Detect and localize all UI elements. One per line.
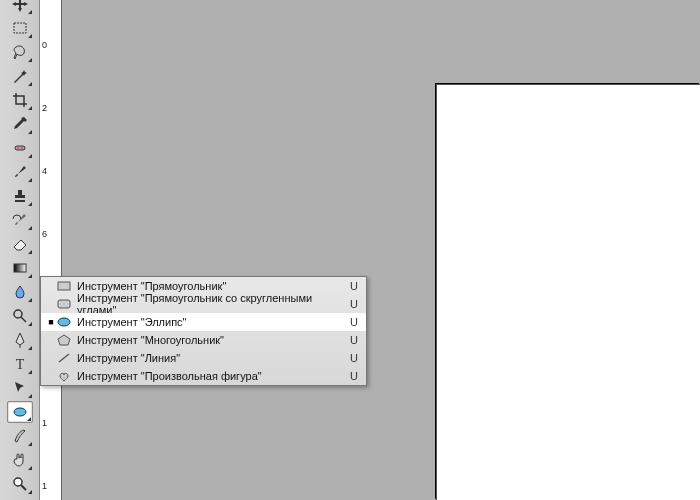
svg-text:T: T — [15, 357, 24, 372]
svg-point-5 — [14, 310, 22, 318]
polygon-icon — [55, 334, 73, 346]
svg-rect-9 — [58, 282, 70, 290]
flyout-label: Инструмент "Прямоугольник" — [73, 280, 350, 292]
svg-rect-0 — [14, 23, 26, 33]
canvas-document[interactable] — [436, 84, 700, 500]
flyout-shortcut: U — [350, 370, 360, 382]
eraser-tool[interactable] — [7, 233, 33, 255]
flyout-label: Инструмент "Произвольная фигура" — [73, 370, 350, 382]
custom-shape-icon — [55, 370, 73, 382]
svg-rect-1 — [15, 146, 25, 150]
svg-point-2 — [17, 147, 18, 148]
svg-point-8 — [14, 478, 22, 486]
rounded-rect-icon — [55, 298, 73, 310]
line-icon — [55, 352, 73, 364]
svg-point-3 — [21, 147, 22, 148]
zoom-tool[interactable] — [7, 473, 33, 495]
flyout-label: Инструмент "Эллипс" — [73, 316, 350, 328]
wand-tool[interactable] — [7, 65, 33, 87]
flyout-custom-shape[interactable]: Инструмент "Произвольная фигура" U — [41, 367, 366, 385]
marquee-tool[interactable] — [7, 17, 33, 39]
gradient-tool[interactable] — [7, 257, 33, 279]
flyout-shortcut: U — [350, 334, 360, 346]
blur-tool[interactable] — [7, 281, 33, 303]
stamp-tool[interactable] — [7, 185, 33, 207]
healing-tool[interactable] — [7, 137, 33, 159]
flyout-shortcut: U — [350, 352, 360, 364]
brush-tool[interactable] — [7, 161, 33, 183]
flyout-rounded-rectangle[interactable]: Инструмент "Прямоугольник со скругленным… — [41, 295, 366, 313]
svg-rect-10 — [58, 300, 70, 308]
flyout-polygon[interactable]: Инструмент "Многоугольник" U — [41, 331, 366, 349]
lasso-tool[interactable] — [7, 41, 33, 63]
check-icon: ■ — [47, 317, 55, 327]
history-brush-tool[interactable] — [7, 209, 33, 231]
toolbox: T — [0, 0, 40, 500]
rectangle-icon — [55, 280, 73, 292]
svg-point-7 — [14, 408, 26, 416]
svg-point-11 — [58, 318, 70, 326]
shape-tool-flyout: Инструмент "Прямоугольник" U Инструмент … — [40, 276, 367, 386]
svg-marker-12 — [58, 335, 70, 345]
move-tool[interactable] — [7, 0, 33, 15]
svg-rect-4 — [14, 264, 26, 272]
eyedropper-tool[interactable] — [7, 113, 33, 135]
dodge-tool[interactable] — [7, 305, 33, 327]
flyout-line[interactable]: Инструмент "Линия" U — [41, 349, 366, 367]
flyout-ellipse[interactable]: ■ Инструмент "Эллипс" U — [41, 313, 366, 331]
type-tool[interactable]: T — [7, 353, 33, 375]
pen-tool[interactable] — [7, 329, 33, 351]
ellipse-icon — [55, 316, 73, 328]
flyout-label: Инструмент "Линия" — [73, 352, 350, 364]
flyout-shortcut: U — [350, 316, 360, 328]
flyout-shortcut: U — [350, 298, 360, 310]
path-select-tool[interactable] — [7, 377, 33, 399]
hand-tool[interactable] — [7, 449, 33, 471]
shape-tool[interactable] — [7, 401, 33, 423]
crop-tool[interactable] — [7, 89, 33, 111]
vertical-ruler: 0 2 4 6 8 1 1 1 — [40, 0, 62, 500]
flyout-label: Инструмент "Многоугольник" — [73, 334, 350, 346]
flyout-shortcut: U — [350, 280, 360, 292]
3d-tool[interactable] — [7, 425, 33, 447]
svg-line-13 — [59, 354, 69, 362]
